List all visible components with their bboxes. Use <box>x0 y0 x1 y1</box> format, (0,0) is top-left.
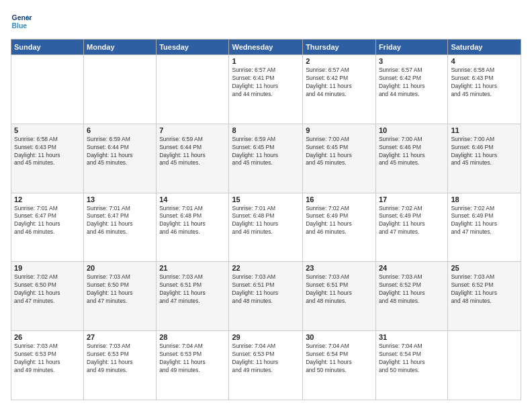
svg-text:Blue: Blue <box>12 22 28 30</box>
calendar-cell <box>157 55 229 124</box>
day-info: Sunrise: 6:59 AM Sunset: 6:44 PM Dayligh… <box>87 136 153 168</box>
header: General Blue <box>11 11 521 32</box>
calendar-cell: 26Sunrise: 7:03 AM Sunset: 6:53 PM Dayli… <box>11 331 84 400</box>
day-number: 31 <box>379 333 445 341</box>
day-info: Sunrise: 7:02 AM Sunset: 6:49 PM Dayligh… <box>451 205 518 237</box>
day-number: 29 <box>232 333 300 341</box>
week-row-3: 12Sunrise: 7:01 AM Sunset: 6:47 PM Dayli… <box>11 193 521 262</box>
day-info: Sunrise: 7:04 AM Sunset: 6:54 PM Dayligh… <box>306 342 373 375</box>
day-number: 20 <box>87 264 153 272</box>
day-info: Sunrise: 6:57 AM Sunset: 6:42 PM Dayligh… <box>379 66 445 99</box>
calendar-cell <box>11 55 84 124</box>
day-number: 3 <box>379 57 445 65</box>
day-number: 24 <box>379 264 445 272</box>
day-info: Sunrise: 7:03 AM Sunset: 6:52 PM Dayligh… <box>451 273 518 306</box>
day-info: Sunrise: 6:58 AM Sunset: 6:43 PM Dayligh… <box>451 66 518 99</box>
calendar-cell: 19Sunrise: 7:02 AM Sunset: 6:50 PM Dayli… <box>11 262 84 331</box>
day-info: Sunrise: 6:59 AM Sunset: 6:45 PM Dayligh… <box>232 136 300 168</box>
calendar-cell: 21Sunrise: 7:03 AM Sunset: 6:51 PM Dayli… <box>157 262 229 331</box>
logo: General Blue <box>11 11 35 32</box>
calendar-cell: 30Sunrise: 7:04 AM Sunset: 6:54 PM Dayli… <box>303 331 376 400</box>
calendar-cell: 7Sunrise: 6:59 AM Sunset: 6:44 PM Daylig… <box>157 124 229 193</box>
calendar-cell: 18Sunrise: 7:02 AM Sunset: 6:49 PM Dayli… <box>448 193 521 262</box>
week-row-4: 19Sunrise: 7:02 AM Sunset: 6:50 PM Dayli… <box>11 262 521 331</box>
day-number: 23 <box>306 264 373 272</box>
calendar-cell: 25Sunrise: 7:03 AM Sunset: 6:52 PM Dayli… <box>448 262 521 331</box>
calendar-table: SundayMondayTuesdayWednesdayThursdayFrid… <box>11 39 521 400</box>
day-number: 7 <box>159 126 226 134</box>
day-info: Sunrise: 7:03 AM Sunset: 6:51 PM Dayligh… <box>306 273 373 306</box>
day-info: Sunrise: 7:02 AM Sunset: 6:49 PM Dayligh… <box>306 205 373 237</box>
day-number: 5 <box>14 126 81 134</box>
day-info: Sunrise: 7:00 AM Sunset: 6:46 PM Dayligh… <box>451 136 518 168</box>
calendar-cell: 29Sunrise: 7:04 AM Sunset: 6:53 PM Dayli… <box>229 331 303 400</box>
calendar-cell: 4Sunrise: 6:58 AM Sunset: 6:43 PM Daylig… <box>448 55 521 124</box>
calendar-cell: 5Sunrise: 6:58 AM Sunset: 6:43 PM Daylig… <box>11 124 84 193</box>
day-number: 22 <box>232 264 300 272</box>
day-number: 1 <box>232 57 300 65</box>
day-header-wednesday: Wednesday <box>229 40 303 55</box>
day-header-monday: Monday <box>84 40 157 55</box>
calendar-cell: 31Sunrise: 7:04 AM Sunset: 6:54 PM Dayli… <box>375 331 447 400</box>
day-header-thursday: Thursday <box>303 40 376 55</box>
calendar-cell: 3Sunrise: 6:57 AM Sunset: 6:42 PM Daylig… <box>375 55 447 124</box>
day-info: Sunrise: 7:04 AM Sunset: 6:53 PM Dayligh… <box>159 342 226 375</box>
day-info: Sunrise: 7:03 AM Sunset: 6:51 PM Dayligh… <box>232 273 300 306</box>
calendar-cell: 13Sunrise: 7:01 AM Sunset: 6:47 PM Dayli… <box>84 193 157 262</box>
calendar-cell: 6Sunrise: 6:59 AM Sunset: 6:44 PM Daylig… <box>84 124 157 193</box>
calendar-cell: 1Sunrise: 6:57 AM Sunset: 6:41 PM Daylig… <box>229 55 303 124</box>
calendar-cell: 12Sunrise: 7:01 AM Sunset: 6:47 PM Dayli… <box>11 193 84 262</box>
logo-icon: General Blue <box>11 11 32 32</box>
day-number: 17 <box>379 195 445 203</box>
day-info: Sunrise: 7:03 AM Sunset: 6:53 PM Dayligh… <box>87 342 153 375</box>
day-header-friday: Friday <box>375 40 447 55</box>
calendar-cell: 17Sunrise: 7:02 AM Sunset: 6:49 PM Dayli… <box>375 193 447 262</box>
day-number: 11 <box>451 126 518 134</box>
day-info: Sunrise: 7:03 AM Sunset: 6:52 PM Dayligh… <box>379 273 445 306</box>
calendar-cell: 9Sunrise: 7:00 AM Sunset: 6:45 PM Daylig… <box>303 124 376 193</box>
day-number: 4 <box>451 57 518 65</box>
calendar-cell: 24Sunrise: 7:03 AM Sunset: 6:52 PM Dayli… <box>375 262 447 331</box>
day-number: 28 <box>159 333 226 341</box>
calendar-cell: 20Sunrise: 7:03 AM Sunset: 6:50 PM Dayli… <box>84 262 157 331</box>
day-number: 18 <box>451 195 518 203</box>
day-info: Sunrise: 7:00 AM Sunset: 6:46 PM Dayligh… <box>379 136 445 168</box>
day-info: Sunrise: 7:01 AM Sunset: 6:48 PM Dayligh… <box>232 205 300 237</box>
day-info: Sunrise: 6:58 AM Sunset: 6:43 PM Dayligh… <box>14 136 81 168</box>
day-number: 8 <box>232 126 300 134</box>
page: General Blue SundayMondayTuesdayWednesda… <box>0 0 532 411</box>
day-info: Sunrise: 7:01 AM Sunset: 6:48 PM Dayligh… <box>159 205 226 237</box>
calendar-cell: 10Sunrise: 7:00 AM Sunset: 6:46 PM Dayli… <box>375 124 447 193</box>
day-header-sunday: Sunday <box>11 40 84 55</box>
day-number: 13 <box>87 195 153 203</box>
calendar-cell: 8Sunrise: 6:59 AM Sunset: 6:45 PM Daylig… <box>229 124 303 193</box>
day-info: Sunrise: 6:59 AM Sunset: 6:44 PM Dayligh… <box>159 136 226 168</box>
day-info: Sunrise: 7:04 AM Sunset: 6:54 PM Dayligh… <box>379 342 445 375</box>
day-number: 12 <box>14 195 81 203</box>
day-number: 10 <box>379 126 445 134</box>
day-info: Sunrise: 7:00 AM Sunset: 6:45 PM Dayligh… <box>306 136 373 168</box>
day-info: Sunrise: 7:03 AM Sunset: 6:51 PM Dayligh… <box>159 273 226 306</box>
day-number: 6 <box>87 126 153 134</box>
day-number: 30 <box>306 333 373 341</box>
day-info: Sunrise: 7:02 AM Sunset: 6:49 PM Dayligh… <box>379 205 445 237</box>
day-number: 9 <box>306 126 373 134</box>
day-header-tuesday: Tuesday <box>157 40 229 55</box>
calendar-cell <box>448 331 521 400</box>
day-info: Sunrise: 6:57 AM Sunset: 6:42 PM Dayligh… <box>306 66 373 99</box>
day-info: Sunrise: 7:01 AM Sunset: 6:47 PM Dayligh… <box>87 205 153 237</box>
calendar-cell: 16Sunrise: 7:02 AM Sunset: 6:49 PM Dayli… <box>303 193 376 262</box>
day-header-saturday: Saturday <box>448 40 521 55</box>
calendar-cell: 23Sunrise: 7:03 AM Sunset: 6:51 PM Dayli… <box>303 262 376 331</box>
day-info: Sunrise: 6:57 AM Sunset: 6:41 PM Dayligh… <box>232 66 300 99</box>
day-number: 14 <box>159 195 226 203</box>
day-info: Sunrise: 7:03 AM Sunset: 6:53 PM Dayligh… <box>14 342 81 375</box>
day-number: 26 <box>14 333 81 341</box>
week-row-5: 26Sunrise: 7:03 AM Sunset: 6:53 PM Dayli… <box>11 331 521 400</box>
day-info: Sunrise: 7:04 AM Sunset: 6:53 PM Dayligh… <box>232 342 300 375</box>
day-number: 19 <box>14 264 81 272</box>
week-row-1: 1Sunrise: 6:57 AM Sunset: 6:41 PM Daylig… <box>11 55 521 124</box>
day-number: 2 <box>306 57 373 65</box>
week-row-2: 5Sunrise: 6:58 AM Sunset: 6:43 PM Daylig… <box>11 124 521 193</box>
day-info: Sunrise: 7:01 AM Sunset: 6:47 PM Dayligh… <box>14 205 81 237</box>
